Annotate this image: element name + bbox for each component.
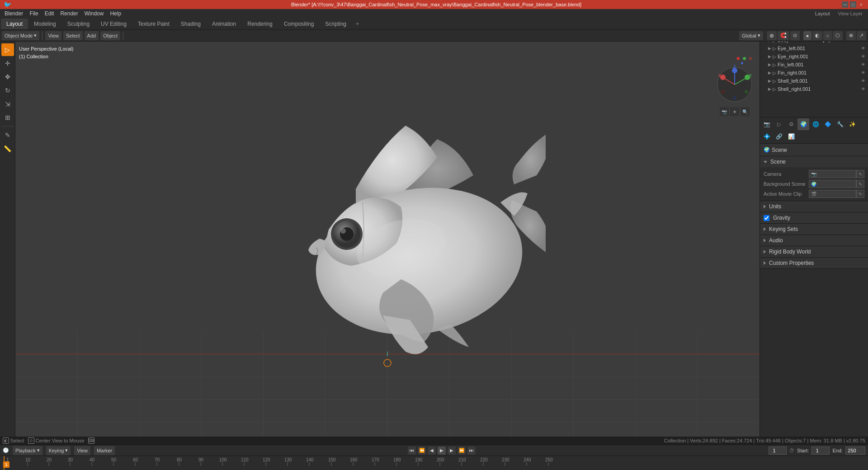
solid-shading-btn[interactable]: ●	[803, 31, 812, 40]
units-section-header[interactable]: Units	[760, 201, 868, 212]
outliner-shell-left[interactable]: ▶ ▷ Shell_left.001 👁	[760, 77, 868, 85]
jump-end-btn[interactable]: ⏭	[467, 446, 476, 455]
fly-mode-btn[interactable]: ✈	[730, 107, 739, 116]
play-btn[interactable]: ▶	[438, 446, 446, 455]
gizmo-btn[interactable]: ↗	[857, 31, 866, 40]
tab-texture-paint[interactable]: Texture Paint	[132, 19, 175, 29]
measure-tool-btn[interactable]: 📏	[1, 142, 14, 155]
active-movie-clip-value[interactable]: 🎬	[809, 190, 856, 198]
tab-rendering[interactable]: Rendering	[242, 19, 278, 29]
tab-modeling[interactable]: Modeling	[28, 19, 61, 29]
select-tool-btn[interactable]: ▷	[1, 43, 14, 56]
window-controls[interactable]: ─ □ ×	[842, 1, 864, 8]
outliner-eye-right[interactable]: ▶ ▷ Eye_right.001 👁	[760, 52, 868, 61]
outliner-fin-left[interactable]: ▶ ▷ Fin_left.001 👁	[760, 61, 868, 69]
current-frame-input[interactable]	[769, 446, 787, 455]
rigid-body-world-header[interactable]: Rigid Body World	[760, 246, 868, 257]
keying-menu-btn[interactable]: Keying ▾	[46, 446, 71, 455]
jump-prev-keyframe-btn[interactable]: ⏪	[418, 446, 426, 455]
proportional-btn[interactable]: ⊙	[790, 31, 800, 40]
props-object-tab[interactable]: 🔷	[822, 118, 834, 130]
cursor-tool-btn[interactable]: ✛	[1, 57, 14, 70]
menu-file[interactable]: File	[27, 9, 41, 18]
object-menu-button[interactable]: Object	[100, 31, 120, 40]
material-shading-btn[interactable]: ◐	[812, 31, 822, 40]
props-render-tab[interactable]: 📷	[761, 118, 773, 130]
close-button[interactable]: ×	[858, 1, 864, 8]
outliner-fin-right-eye[interactable]: 👁	[861, 70, 865, 75]
timeline-ruler[interactable]: 1 10 20 30 40 50 60 70 80 90	[0, 456, 868, 470]
add-tab-button[interactable]: +	[352, 19, 363, 29]
start-frame-input[interactable]	[811, 446, 830, 455]
props-data-tab[interactable]: 📊	[785, 131, 797, 142]
snap-btn[interactable]: 🧲	[778, 31, 789, 40]
select-menu-button[interactable]: Select	[63, 31, 83, 40]
end-frame-input[interactable]	[845, 446, 865, 455]
wireframe-shading-btn[interactable]: ⬡	[833, 31, 843, 40]
props-physics-tab[interactable]: 💠	[761, 131, 773, 142]
keying-sets-header[interactable]: Keying Sets	[760, 224, 868, 235]
minimize-button[interactable]: ─	[842, 1, 848, 8]
props-particles-tab[interactable]: ✨	[846, 118, 858, 130]
transform-btn[interactable]: ⊕	[767, 31, 777, 40]
gravity-checkbox[interactable]	[764, 215, 769, 221]
add-menu-button[interactable]: Add	[85, 31, 99, 40]
active-movie-clip-edit-icon[interactable]: ✎	[856, 190, 864, 198]
scene-section-header[interactable]: Scene	[760, 156, 868, 167]
outliner-eye-left-eye[interactable]: 👁	[861, 46, 865, 51]
step-forward-btn[interactable]: ▶	[448, 446, 456, 455]
props-output-tab[interactable]: ▷	[773, 118, 785, 130]
outliner-shell-right[interactable]: ▶ ▷ Shell_right.001 👁	[760, 85, 868, 93]
tab-sculpting[interactable]: Sculpting	[62, 19, 95, 29]
annotate-tool-btn[interactable]: ✎	[1, 129, 14, 141]
menu-render[interactable]: Render	[57, 9, 80, 18]
snap-view-btn[interactable]: 🔍	[741, 107, 750, 116]
move-tool-btn[interactable]: ✥	[1, 70, 14, 83]
props-modifier-tab[interactable]: 🔧	[834, 118, 846, 130]
playback-menu-btn[interactable]: Playback ▾	[13, 446, 42, 455]
props-world-tab[interactable]: 🌐	[810, 118, 821, 130]
outliner-fin-left-eye[interactable]: 👁	[861, 62, 865, 67]
camera-view-btn[interactable]: 📷	[720, 107, 729, 116]
custom-properties-header[interactable]: Custom Properties	[760, 258, 868, 268]
global-button[interactable]: Global ▾	[739, 31, 763, 40]
menu-window[interactable]: Window	[82, 9, 107, 18]
outliner-fin-right[interactable]: ▶ ▷ Fin_right.001 👁	[760, 69, 868, 77]
audio-header[interactable]: Audio	[760, 235, 868, 246]
outliner-eye-left[interactable]: ▶ ▷ Eye_left.001 👁	[760, 44, 868, 52]
menu-help[interactable]: Help	[107, 9, 124, 18]
gravity-header[interactable]: Gravity	[760, 212, 868, 223]
render-shading-btn[interactable]: ○	[823, 31, 832, 40]
step-back-btn[interactable]: ◀	[428, 446, 436, 455]
timeline-view-btn[interactable]: View	[74, 446, 90, 455]
marker-btn[interactable]: Marker	[94, 446, 115, 455]
outliner-shell-left-eye[interactable]: 👁	[861, 79, 865, 83]
props-view-layer-tab[interactable]: ⚙	[785, 118, 797, 130]
tab-layout[interactable]: Layout	[1, 19, 28, 29]
view-menu-button[interactable]: View	[45, 31, 61, 40]
scale-tool-btn[interactable]: ⇲	[1, 98, 14, 110]
maximize-button[interactable]: □	[850, 1, 856, 8]
menu-blender[interactable]: Blender	[2, 9, 26, 18]
props-constraints-tab[interactable]: 🔗	[773, 131, 785, 142]
tab-compositing[interactable]: Compositing	[278, 19, 320, 29]
camera-edit-icon[interactable]: ✎	[856, 170, 864, 178]
overlay-btn[interactable]: ⊕	[846, 31, 856, 40]
viewport[interactable]: User Perspective (Local) (1) Collection …	[15, 42, 760, 445]
jump-start-btn[interactable]: ⏮	[408, 446, 416, 455]
jump-next-keyframe-btn[interactable]: ⏩	[458, 446, 466, 455]
outliner-shell-right-eye[interactable]: 👁	[861, 87, 865, 91]
tab-shading[interactable]: Shading	[175, 19, 206, 29]
tab-uv-editing[interactable]: UV Editing	[95, 19, 132, 29]
tab-animation[interactable]: Animation	[207, 19, 241, 29]
background-scene-edit-icon[interactable]: ✎	[856, 180, 864, 188]
props-scene-tab[interactable]: 🌍	[797, 118, 809, 130]
outliner-eye-right-eye[interactable]: 👁	[861, 54, 865, 59]
tab-scripting[interactable]: Scripting	[320, 19, 352, 29]
object-mode-button[interactable]: Object Mode ▾	[2, 31, 39, 40]
background-scene-value[interactable]: 🌍	[809, 180, 856, 188]
menu-edit[interactable]: Edit	[42, 9, 57, 18]
camera-value[interactable]: 📷	[809, 170, 856, 178]
rotate-tool-btn[interactable]: ↻	[1, 84, 14, 97]
transform-tool-btn[interactable]: ⊞	[1, 111, 14, 124]
